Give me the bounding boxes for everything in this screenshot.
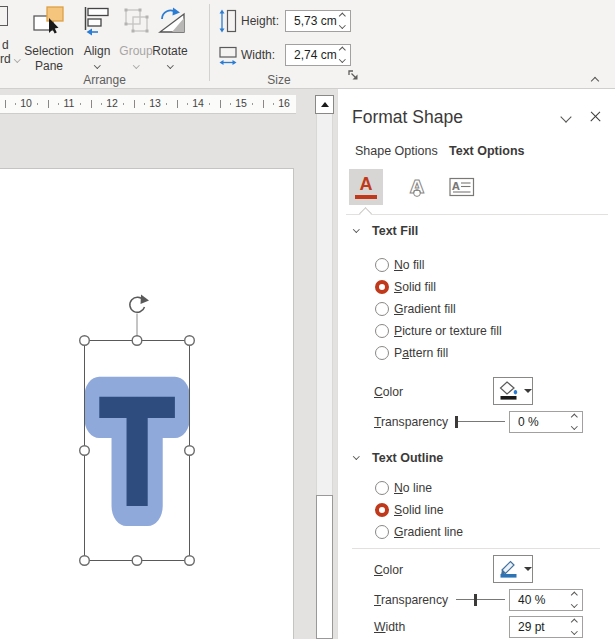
outline-color-row: Color <box>338 555 615 583</box>
handle-top-right[interactable] <box>185 336 195 346</box>
panel-collapse-button[interactable] <box>560 111 571 122</box>
outline-transparency-input[interactable]: 40 % <box>509 589 583 611</box>
height-decrement-button[interactable] <box>339 22 345 28</box>
radio-row-gradient-line[interactable]: Gradient line <box>338 522 615 542</box>
ruler-tick <box>220 100 221 108</box>
tab-text-fill-outline[interactable]: A <box>349 169 383 205</box>
handle-top-left[interactable] <box>80 336 90 346</box>
radio-icon[interactable] <box>375 280 389 294</box>
text-fill-section-header[interactable]: Text Fill <box>338 223 615 241</box>
radio-icon[interactable] <box>375 346 389 360</box>
group-icon <box>122 6 150 36</box>
clipped-ribbon-button[interactable]: rd <box>0 52 19 66</box>
fill-transparency-input[interactable]: 0 % <box>509 411 583 433</box>
rotate-icon <box>156 5 186 37</box>
outline-width-decrement-button[interactable] <box>571 628 577 634</box>
handle-top-center[interactable] <box>132 336 142 346</box>
fill-transparency-slider-track[interactable] <box>456 421 505 422</box>
radio-row-picture-fill[interactable]: Picture or texture fill <box>338 321 615 341</box>
width-increment-button[interactable] <box>339 47 345 53</box>
fill-transparency-slider-handle[interactable] <box>455 416 458 428</box>
tab-textbox[interactable]: A <box>447 171 477 203</box>
ruler-tick <box>134 100 135 108</box>
radio-row-gradient-fill[interactable]: Gradient fill <box>338 299 615 319</box>
height-input[interactable]: 5,73 cm <box>285 10 351 32</box>
fill-transparency-decrement-button[interactable] <box>571 423 577 429</box>
radio-row-no-line[interactable]: No line <box>338 478 615 498</box>
text-outline-heading: Text Outline <box>372 451 443 465</box>
handle-bottom-right[interactable] <box>185 556 195 566</box>
size-dialog-launcher-button[interactable] <box>347 69 361 83</box>
radio-icon[interactable] <box>375 481 389 495</box>
radio-icon[interactable] <box>375 258 389 272</box>
handle-bottom-center[interactable] <box>132 556 142 566</box>
dropdown-arrow-icon <box>524 389 532 393</box>
tab-shape-options[interactable]: Shape Options <box>355 144 438 158</box>
width-icon <box>219 45 237 67</box>
chevron-down-icon <box>353 226 359 232</box>
triangle-up-icon <box>321 102 329 107</box>
outline-color-label: Color <box>374 563 403 577</box>
fill-color-button[interactable] <box>493 377 533 405</box>
ruler-number: 12 <box>103 97 121 109</box>
text-shape[interactable]: T <box>99 367 176 541</box>
outline-width-input[interactable]: 29 pt <box>509 616 583 638</box>
outline-transparency-increment-button[interactable] <box>571 592 577 598</box>
ruler-tick <box>37 103 38 105</box>
width-decrement-button[interactable] <box>339 56 345 62</box>
handle-bottom-left[interactable] <box>80 556 90 566</box>
shape-selection-overlay: T <box>60 280 214 580</box>
paint-bucket-icon <box>498 381 520 401</box>
ruler-tick <box>123 103 124 105</box>
chevron-down-icon <box>353 453 359 459</box>
text-fill-heading: Text Fill <box>372 224 418 238</box>
scroll-up-button[interactable] <box>315 95 334 114</box>
outline-width-label: Width <box>374 620 405 634</box>
radio-icon[interactable] <box>375 525 389 539</box>
radio-row-solid-line[interactable]: Solid line <box>338 500 615 520</box>
ruler-tick <box>166 103 167 105</box>
clipped-ribbon-button-label-line1: d <box>2 38 9 52</box>
tab-text-options[interactable]: Text Options <box>449 144 524 158</box>
panel-close-button[interactable] <box>588 109 604 125</box>
ruler-number: 14 <box>189 97 207 109</box>
width-input[interactable]: 2,74 cm <box>285 44 351 66</box>
radio-icon[interactable] <box>375 302 389 316</box>
text-outline-section-header[interactable]: Text Outline <box>338 450 615 468</box>
ruler-tick <box>5 100 6 108</box>
outline-transparency-slider-track[interactable] <box>456 599 505 600</box>
height-increment-button[interactable] <box>339 13 345 19</box>
radio-row-pattern-fill[interactable]: Pattern fill <box>338 343 615 363</box>
selection-pane-label-line2: Pane <box>22 59 76 73</box>
outline-width-increment-button[interactable] <box>571 619 577 625</box>
handle-middle-right[interactable] <box>185 446 195 456</box>
size-group-label: Size <box>215 73 343 87</box>
radio-row-no-fill[interactable]: No fill <box>338 255 615 275</box>
ruler-tick <box>48 100 49 108</box>
handle-middle-left[interactable] <box>80 446 90 456</box>
radio-icon[interactable] <box>375 324 389 338</box>
dropdown-arrow-icon <box>524 567 532 571</box>
svg-text:A: A <box>410 176 424 197</box>
rotate-handle-arrowhead[interactable] <box>141 295 150 305</box>
width-value: 2,74 cm <box>286 48 337 62</box>
selection-pane-label-line1: Selection <box>22 44 76 58</box>
radio-icon[interactable] <box>375 503 389 517</box>
ruler-tick <box>209 103 210 105</box>
outline-transparency-slider-handle[interactable] <box>474 594 477 606</box>
clipped-ribbon-button-icon <box>0 6 8 26</box>
align-label: Align <box>78 44 116 58</box>
vertical-scrollbar-thumb[interactable] <box>316 495 333 639</box>
tab-text-effects[interactable]: A <box>402 171 432 203</box>
text-effects-icon: A <box>405 174 429 200</box>
chevron-down-icon <box>14 56 20 62</box>
app-window: d rd Selection Pane Align <box>0 0 615 639</box>
collapse-ribbon-button[interactable] <box>591 77 599 85</box>
text-shape-letter[interactable]: T <box>99 367 176 541</box>
radio-row-solid-fill[interactable]: Solid fill <box>338 277 615 297</box>
fill-transparency-increment-button[interactable] <box>571 414 577 420</box>
outline-color-button[interactable] <box>493 555 533 583</box>
outline-transparency-decrement-button[interactable] <box>571 601 577 607</box>
align-icon <box>83 5 111 37</box>
chevron-down-icon <box>133 62 139 68</box>
